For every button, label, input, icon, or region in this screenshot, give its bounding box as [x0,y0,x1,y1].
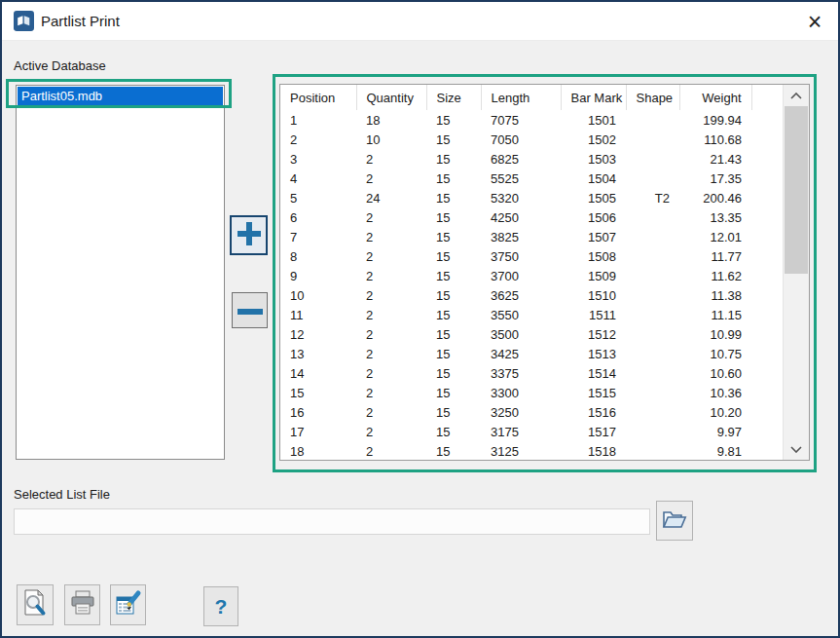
cell-size: 15 [426,149,481,169]
cell-size: 15 [426,110,481,130]
cell-quantity: 2 [356,344,426,363]
cell-shape [626,422,679,441]
cell-shape [626,305,679,324]
cell-shape [626,227,679,246]
close-icon[interactable]: × [797,5,832,38]
cell-shape [626,344,679,363]
table-row[interactable]: 2101570501502110.68 [280,130,783,149]
selected-list-file-input[interactable] [14,508,650,535]
cell-size: 15 [426,207,481,227]
column-header-bar-mark[interactable]: Bar Mark [561,85,626,110]
table-row[interactable]: 92153700150911.62 [280,266,783,285]
cell-size: 15 [426,363,481,383]
cell-quantity: 2 [356,169,426,188]
cell-weight: 11.62 [679,266,751,285]
cell-weight: 10.60 [679,363,751,383]
cell-quantity: 2 [356,402,426,422]
column-header-size[interactable]: Size [426,85,481,110]
table-row[interactable]: 5241553201505T2200.46 [280,188,783,207]
list-item-database[interactable]: Partlist05.mdb [18,87,223,105]
table-row[interactable]: 42155525150417.35 [280,169,783,188]
cell-shape [626,441,679,460]
table-row[interactable]: 32156825150321.43 [280,149,783,169]
cell-weight: 10.36 [679,383,751,402]
scrollbar-thumb[interactable] [785,106,808,274]
cell-quantity: 18 [356,110,426,130]
title-bar[interactable]: Partlist Print × [2,2,838,41]
table-scrollbar[interactable] [783,85,809,460]
table-row[interactable]: 1181570751501199.94 [280,110,783,130]
cell-position: 1 [280,110,356,130]
cell-size: 15 [426,285,481,305]
table-row[interactable]: 152153300151510.36 [280,383,783,402]
table-row[interactable]: 102153625151011.38 [280,285,783,305]
table-row[interactable]: 142153375151410.60 [280,363,783,383]
cell-shape [626,266,679,285]
minus-icon [237,302,263,319]
column-header-weight[interactable]: Weight [679,85,751,110]
cell-quantity: 2 [356,285,426,305]
cell-position: 13 [280,344,356,363]
scroll-up-icon[interactable] [784,85,809,106]
cell-bar-mark: 1509 [561,266,626,285]
cell-shape [626,149,679,169]
table-row[interactable]: 82153750150811.77 [280,246,783,266]
cell-position: 7 [280,227,356,246]
cell-shape [626,402,679,422]
column-header-position[interactable]: Position [280,85,356,110]
column-header-quantity[interactable]: Quantity [356,85,426,110]
cell-length: 3750 [481,246,561,266]
table-row[interactable]: 62154250150613.35 [280,207,783,227]
cell-filler [751,363,783,383]
cell-bar-mark: 1516 [561,402,626,422]
cell-position: 15 [280,383,356,402]
table-row[interactable]: 122153500151210.99 [280,324,783,344]
cell-filler [751,422,783,441]
table-row[interactable]: 72153825150712.01 [280,227,783,246]
table-row[interactable]: 162153250151610.20 [280,402,783,422]
cell-filler [751,110,783,130]
cell-position: 9 [280,266,356,285]
cell-weight: 11.77 [679,246,751,266]
scroll-down-icon[interactable] [784,438,809,460]
cell-quantity: 24 [356,188,426,207]
selected-list-file-label: Selected List File [14,487,110,502]
table-row[interactable]: 18215312515189.81 [280,441,783,460]
table-row[interactable]: 132153425151310.75 [280,344,783,363]
browse-file-button[interactable] [656,501,693,541]
cell-weight: 21.43 [679,149,751,169]
cell-weight: 10.20 [679,402,751,422]
column-header-length[interactable]: Length [481,85,561,110]
cell-quantity: 2 [356,422,426,441]
cell-size: 15 [426,305,481,324]
cell-shape [626,207,679,227]
edit-list-button[interactable] [110,584,146,625]
print-preview-button[interactable] [17,584,54,625]
cell-size: 15 [426,246,481,266]
cell-quantity: 2 [356,266,426,285]
cell-weight: 110.68 [679,130,751,149]
open-folder-icon [662,508,687,534]
cell-bar-mark: 1512 [561,324,626,344]
add-to-list-button[interactable] [230,215,268,255]
cell-length: 7075 [481,110,561,130]
cell-position: 8 [280,246,356,266]
print-button[interactable] [64,584,100,625]
cell-length: 3425 [481,344,561,363]
table-row[interactable]: 112153550151111.15 [280,305,783,324]
cell-position: 18 [280,441,356,460]
cell-position: 2 [280,130,356,149]
cell-position: 6 [280,207,356,227]
cell-weight: 200.46 [679,188,751,207]
remove-from-list-button[interactable] [232,292,268,328]
window-title: Partlist Print [41,13,120,29]
cell-position: 5 [280,188,356,207]
cell-filler [751,169,783,188]
table-row[interactable]: 17215317515179.97 [280,422,783,441]
cell-bar-mark: 1503 [561,149,626,169]
column-header-shape[interactable]: Shape [626,85,679,110]
help-button[interactable]: ? [203,586,238,626]
cell-bar-mark: 1504 [561,169,626,188]
cell-bar-mark: 1514 [561,363,626,383]
database-listbox[interactable]: Partlist05.mdb [16,85,225,460]
